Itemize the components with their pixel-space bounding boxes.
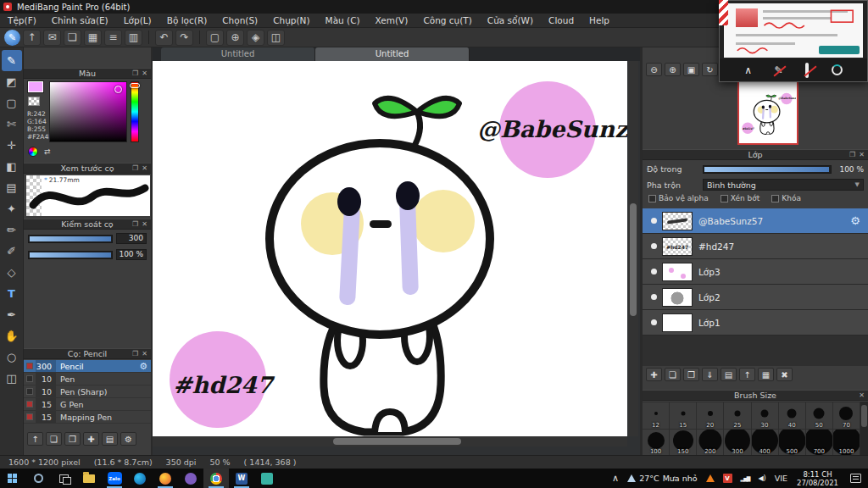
select-eraser-tool[interactable]: ✐	[2, 241, 22, 262]
select-rect-button[interactable]: ▢	[206, 30, 224, 46]
transparent-swatch[interactable]	[28, 97, 40, 106]
brush-row-pen-sharp[interactable]: 10 Pen (Sharp)	[24, 385, 151, 398]
menu-select[interactable]: Chọn(S)	[214, 14, 265, 28]
hand-tool[interactable]: ✋	[2, 325, 22, 347]
canvas-vertical-scrollbar[interactable]	[628, 61, 638, 436]
layer-row-signature[interactable]: @BabeSunz57 ⚙	[643, 208, 868, 234]
magic-wand-tool[interactable]: ✦	[2, 198, 22, 219]
menu-file[interactable]: Tệp(F)	[0, 14, 44, 28]
grid-button[interactable]: ▦	[84, 30, 102, 46]
saturation-value-picker[interactable]	[49, 81, 127, 142]
brush-size-cell[interactable]: 500	[779, 429, 806, 456]
brush-settings-gear[interactable]: ⚙	[139, 361, 147, 372]
brush-size-cell[interactable]: 40	[779, 402, 806, 429]
eyedropper-tool[interactable]: ✒	[2, 304, 22, 325]
scrollbar-thumb[interactable]	[861, 405, 867, 427]
text-tool[interactable]: T	[2, 283, 22, 304]
layer-row-3[interactable]: Lớp3	[643, 259, 868, 285]
start-button[interactable]	[0, 469, 25, 488]
edge-button[interactable]	[127, 469, 153, 488]
pen-muted-icon[interactable]: ✎	[775, 65, 783, 75]
share-button[interactable]: ↑	[23, 30, 41, 46]
navigator-thumbnail[interactable]	[737, 80, 798, 145]
duplicate-layer-button[interactable]: ❐	[683, 368, 699, 381]
reset-view-button[interactable]: ↻	[702, 63, 718, 76]
gradient-tool[interactable]: ▤	[2, 177, 22, 198]
v-app-tray-icon[interactable]: V	[719, 469, 737, 488]
layer-thumbnail[interactable]	[662, 263, 693, 281]
move-layer-button[interactable]: ↑	[739, 368, 755, 381]
slice-tool[interactable]: ◫	[2, 368, 22, 389]
menu-tools[interactable]: Công cụ(T)	[415, 14, 479, 28]
select-poly-button[interactable]: ◈	[247, 30, 264, 46]
color-cursor[interactable]	[114, 86, 122, 93]
layer-row-2[interactable]: Lớp2	[643, 285, 868, 310]
word-button[interactable]: W	[229, 469, 254, 488]
layer-settings-gear[interactable]: ⚙	[850, 214, 860, 227]
lasso-tool[interactable]: ✄	[2, 114, 22, 135]
volume-tray-icon[interactable]: ◀)	[754, 469, 770, 488]
menu-layer[interactable]: Lớp(L)	[116, 14, 159, 28]
layer-grid-button[interactable]: ▦	[758, 368, 774, 381]
clipping-checkbox[interactable]: Xén bớt	[721, 194, 760, 202]
checkbox[interactable]	[771, 195, 779, 202]
weather-widget[interactable]: 27°C Mưa nhỏ	[623, 469, 701, 488]
menu-edit[interactable]: Chỉnh sửa(E)	[44, 14, 116, 28]
layer-opacity-slider[interactable]	[703, 165, 832, 174]
brush-size-cell[interactable]: 200	[697, 429, 724, 456]
select-divide-button[interactable]: ◫	[267, 30, 285, 46]
brush-size-cell[interactable]: 400	[752, 429, 779, 456]
eraser-tool[interactable]: ◩	[2, 71, 22, 92]
brush-mode-button[interactable]: ✎	[4, 30, 20, 46]
blend-mode-select[interactable]: Bình thường ▼	[703, 179, 864, 191]
scrollbar-thumb[interactable]	[630, 203, 637, 316]
checkbox[interactable]	[648, 195, 656, 202]
brush-settings-button[interactable]: ⚙	[120, 432, 136, 446]
brush-size-value[interactable]: 300	[116, 233, 147, 244]
layer-thumbnail[interactable]: #hd247	[662, 237, 693, 256]
brush-size-cell[interactable]: 100	[643, 429, 670, 456]
layer-thumbnail[interactable]	[662, 313, 693, 332]
select-tool[interactable]: ▢	[2, 92, 22, 114]
scrollbar-thumb[interactable]	[333, 438, 461, 445]
panel-popout-icon[interactable]: ❐	[131, 164, 140, 174]
brush-row-gpen[interactable]: 15 G Pen	[24, 398, 151, 411]
floating-overlay-window[interactable]: ∧ ✎	[719, 0, 868, 82]
brush-add-button[interactable]: ✚	[83, 432, 99, 446]
layer-row-1[interactable]: Lớp1	[643, 310, 868, 336]
layer-thumbnail[interactable]	[662, 212, 693, 230]
foreground-swatch[interactable]	[28, 81, 43, 92]
select-add-button[interactable]: ⊕	[226, 30, 244, 46]
brush-size-cell[interactable]: 20	[697, 402, 724, 429]
color-wheel-icon[interactable]	[28, 147, 38, 157]
brush-new-button[interactable]: ❏	[46, 432, 62, 446]
panel-popout-icon[interactable]: ❐	[131, 69, 140, 79]
brush-duplicate-button[interactable]: ❐	[64, 432, 81, 446]
new-layer-button[interactable]: ❏	[665, 368, 681, 381]
brush-size-cell[interactable]: 1000	[833, 429, 860, 456]
menu-window[interactable]: Cửa sổ(W)	[480, 14, 541, 28]
panel-close-icon[interactable]: ✕	[140, 219, 149, 230]
brush-size-cell[interactable]: 30	[752, 402, 779, 429]
panel-popout-icon[interactable]: ❐	[848, 150, 857, 160]
shape-tool[interactable]: ◇	[2, 262, 22, 283]
canvas-horizontal-scrollbar[interactable]	[153, 436, 627, 446]
brush-up-button[interactable]: ↑	[27, 432, 43, 446]
zalo-button[interactable]: Zalo	[102, 469, 127, 488]
menu-color[interactable]: Màu (C)	[318, 14, 368, 28]
task-view-button[interactable]	[51, 469, 76, 488]
move-tool[interactable]: ✛	[2, 135, 22, 156]
menu-filter[interactable]: Bộ lọc(R)	[159, 14, 215, 28]
zoom-in-button[interactable]: ⊕	[665, 63, 681, 76]
brush-row-pencil[interactable]: 300 Pencil ⚙	[24, 360, 151, 373]
clock[interactable]: 8:11 CH 27/08/2021	[792, 470, 843, 487]
brush-tool[interactable]: ✎	[2, 50, 22, 71]
layer-visibility-dot[interactable]	[651, 294, 657, 300]
list-button[interactable]: ≡	[104, 30, 122, 46]
cortana-button[interactable]	[25, 469, 51, 488]
file-explorer-button[interactable]	[76, 469, 102, 488]
brush-size-cell[interactable]: 50	[806, 402, 833, 429]
language-indicator[interactable]: VIE	[771, 469, 792, 488]
brush-size-slider[interactable]	[28, 235, 113, 243]
layer-folder-button[interactable]: ▤	[721, 368, 737, 381]
